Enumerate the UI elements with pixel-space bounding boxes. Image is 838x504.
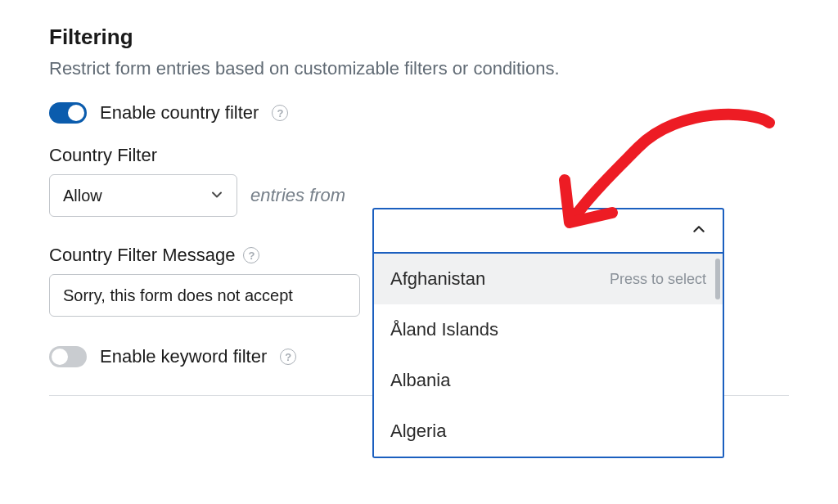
country-option-aland-islands[interactable]: Åland Islands bbox=[374, 304, 723, 355]
country-filter-label: Country Filter bbox=[49, 145, 157, 166]
country-filter-mode-select[interactable]: Allow bbox=[49, 174, 237, 217]
enable-country-filter-toggle[interactable] bbox=[49, 102, 87, 124]
chevron-down-icon bbox=[210, 187, 223, 205]
country-option-label: Afghanistan bbox=[390, 268, 485, 290]
country-multiselect: Afghanistan Press to select Åland Island… bbox=[372, 208, 724, 458]
country-option-label: Åland Islands bbox=[390, 319, 498, 340]
toggle-knob bbox=[52, 349, 68, 365]
toggle-knob bbox=[68, 105, 84, 121]
country-filter-mode-value: Allow bbox=[63, 187, 102, 205]
country-multiselect-input[interactable] bbox=[372, 208, 724, 254]
section-title: Filtering bbox=[49, 25, 789, 50]
press-to-select-hint: Press to select bbox=[610, 271, 706, 288]
country-dropdown-list: Afghanistan Press to select Åland Island… bbox=[372, 254, 724, 458]
enable-country-filter-label: Enable country filter bbox=[100, 102, 259, 124]
country-option-albania[interactable]: Albania bbox=[374, 355, 723, 406]
enable-keyword-filter-label: Enable keyword filter bbox=[100, 346, 267, 367]
country-filter-message-input[interactable] bbox=[49, 274, 360, 317]
enable-keyword-filter-toggle[interactable] bbox=[49, 346, 87, 367]
enable-country-filter-row: Enable country filter ? bbox=[49, 102, 789, 124]
help-icon[interactable]: ? bbox=[243, 247, 259, 263]
country-option-algeria[interactable]: Algeria bbox=[374, 406, 723, 457]
country-filter-message-label: Country Filter Message bbox=[49, 245, 235, 266]
dropdown-scrollbar[interactable] bbox=[715, 259, 720, 299]
help-icon[interactable]: ? bbox=[280, 349, 296, 365]
country-filter-field-label-row: Country Filter bbox=[49, 145, 789, 166]
chevron-up-icon bbox=[692, 222, 706, 240]
country-option-label: Algeria bbox=[390, 421, 446, 442]
section-description: Restrict form entries based on customiza… bbox=[49, 58, 789, 79]
country-option-afghanistan[interactable]: Afghanistan Press to select bbox=[374, 254, 723, 304]
country-option-label: Albania bbox=[390, 370, 450, 391]
entries-from-text: entries from bbox=[250, 185, 345, 206]
help-icon[interactable]: ? bbox=[272, 105, 288, 121]
